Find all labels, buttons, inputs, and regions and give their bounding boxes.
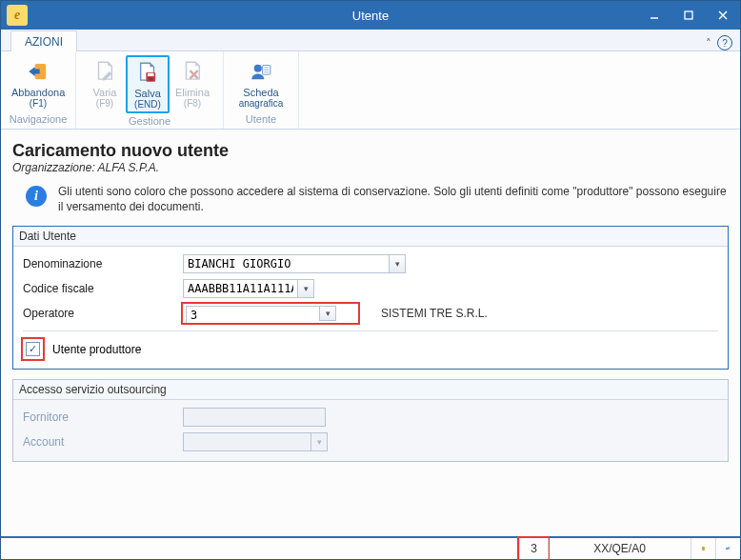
varia-sub: (F9) [87,98,123,109]
ribbon-group-navigazione: Abbandona (F1) Navigazione [1,51,76,129]
title-bar: e Utente [1,1,740,30]
edit-icon [87,59,123,86]
svg-rect-10 [149,77,153,81]
chevron-down-icon[interactable]: ▾ [297,279,314,298]
chevron-down-icon: ▾ [310,432,328,451]
abbandona-button[interactable]: Abbandona (F1) [9,55,68,111]
varia-label: Varia [87,87,123,98]
delete-icon [172,59,212,86]
fornitore-label: Fornitore [23,410,175,424]
ribbon-group-gestione: Varia (F9) Sa [76,51,224,129]
chevron-down-icon[interactable]: ▾ [319,306,336,321]
abbandona-sub: (F1) [11,98,65,109]
operatore-desc: SISTEMI TRE S.R.L. [381,307,488,320]
ribbon-group-utente: Scheda anagrafica Utente [224,51,299,129]
operatore-combo[interactable]: ▾ [183,304,358,323]
account-input [183,432,310,451]
ribbon-group-utente-label: Utente [231,113,290,125]
ribbon-tabs: AZIONI ˄ ? [1,30,740,50]
status-windows-icon[interactable] [715,538,740,559]
elimina-sub: (F8) [172,98,212,109]
abbandona-label: Abbandona [11,87,65,98]
panel-outsourcing: Accesso servizio outsourcing Fornitore A… [12,379,729,462]
denominazione-input[interactable] [183,254,389,273]
utente-produttore-label: Utente produttore [52,343,141,356]
ribbon-collapse-icon[interactable]: ˄ [706,37,711,50]
window-title: Utente [1,9,740,23]
status-page: 3 [519,538,548,559]
codfisc-input[interactable] [183,279,297,298]
save-icon [130,60,166,87]
svg-rect-26 [728,547,731,549]
svg-marker-6 [108,62,111,66]
content: Caricamento nuovo utente Organizzazione:… [1,130,740,536]
exit-icon [11,59,65,86]
codfisc-label: Codice fiscale [23,282,175,295]
svg-marker-11 [195,62,199,66]
elimina-button: Elimina (F8) [170,55,215,113]
account-label: Account [23,435,175,449]
ribbon: AZIONI ˄ ? Abband [1,30,740,130]
scheda-sub: anagrafica [234,98,288,109]
maximize-button[interactable] [671,1,706,30]
denominazione-combo[interactable]: ▾ [183,254,406,273]
status-trash-icon[interactable] [691,538,715,559]
operatore-input[interactable] [186,306,319,325]
scheda-button[interactable]: Scheda anagrafica [231,55,290,111]
account-combo: ▾ [183,432,328,451]
denominazione-label: Denominazione [23,257,175,270]
ribbon-body: Abbandona (F1) Navigazione [1,50,740,129]
utente-produttore-checkbox[interactable]: ✓ [26,342,40,356]
info-icon: i [26,186,47,207]
codfisc-combo[interactable]: ▾ [183,279,314,298]
salva-label: Salva [130,88,166,99]
page-subtitle: Organizzazione: ALFA S.P.A. [12,161,729,174]
salva-sub: (END) [130,99,166,110]
status-code: XX/QE/A0 [548,538,691,559]
fornitore-input [183,408,326,427]
user-card-icon [234,59,288,86]
operatore-label: Operatore [23,307,175,320]
info-banner: i Gli utenti sono coloro che possono acc… [12,184,729,214]
page-title: Caricamento nuovo utente [12,141,729,161]
varia-button: Varia (F9) [84,55,126,113]
ribbon-group-navigazione-label: Navigazione [9,113,68,125]
svg-rect-9 [148,73,154,76]
divider [23,330,718,331]
panel-dati-utente: Dati Utente Denominazione ▾ Codice fisca… [12,226,729,370]
window: e Utente AZIONI ˄ ? [0,0,741,560]
panel-outsourcing-title: Accesso servizio outsourcing [13,380,728,400]
elimina-label: Elimina [172,87,212,98]
ribbon-tab-azioni[interactable]: AZIONI [10,30,77,51]
help-icon[interactable]: ? [717,35,732,50]
svg-point-14 [254,65,262,72]
salva-button[interactable]: Salva (END) [126,55,170,113]
minimize-button[interactable] [637,1,671,30]
info-text: Gli utenti sono coloro che possono acced… [58,184,729,214]
status-bar: 3 XX/QE/A0 [1,536,740,559]
svg-rect-1 [685,11,692,19]
panel-dati-utente-title: Dati Utente [13,227,728,247]
scheda-label: Scheda [234,87,288,98]
svg-rect-20 [702,547,705,548]
window-buttons [637,1,740,30]
svg-marker-7 [150,63,153,67]
app-icon: e [7,5,28,26]
chevron-down-icon[interactable]: ▾ [389,254,406,273]
ribbon-group-gestione-label: Gestione [84,115,215,127]
close-button[interactable] [706,1,740,30]
